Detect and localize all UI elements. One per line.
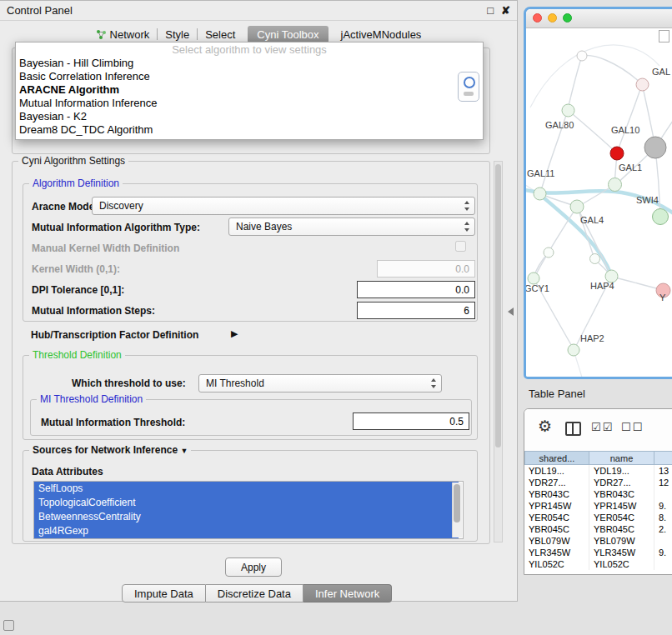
deselect-all-icon[interactable]: ☐☐ [621, 421, 644, 433]
cell-value[interactable]: 8. [654, 512, 672, 523]
scrollbar-corner[interactable] [659, 30, 669, 42]
tab-network[interactable]: Network [88, 27, 158, 42]
cell-name[interactable]: YBL079W [589, 535, 654, 547]
cell-value[interactable]: 9. [654, 547, 672, 558]
cell-name[interactable]: YPR145W [589, 500, 654, 512]
list-item[interactable]: gal4RGexp [34, 524, 459, 538]
cell-shared-name[interactable]: YBL079W [524, 535, 589, 547]
tab-label: Discretize Data [218, 588, 291, 600]
table-row[interactable]: YBR045C YBR045C 2. [524, 523, 672, 535]
cell-shared-name[interactable]: YIL052C [524, 558, 589, 570]
table-row[interactable]: YPR145W YPR145W 9. [524, 500, 672, 512]
zoom-traffic-light[interactable] [563, 13, 572, 22]
cell-value[interactable] [654, 488, 672, 500]
cell-shared-name[interactable]: YBR043C [524, 488, 589, 500]
tab-style[interactable]: Style [158, 27, 197, 42]
list-item[interactable]: TopologicalCoefficient [34, 496, 459, 510]
network-node-gal80[interactable] [562, 104, 574, 117]
network-node[interactable] [636, 78, 649, 91]
cell-name[interactable]: YDL19... [589, 465, 654, 477]
tab-discretize-data[interactable]: Discretize Data [206, 584, 303, 602]
cell-shared-name[interactable]: YLR345W [524, 547, 589, 558]
list-scrollbar[interactable] [452, 482, 462, 538]
network-node-gal1[interactable] [609, 178, 622, 192]
obscured-search-button[interactable] [458, 72, 479, 102]
algorithm-option-selected[interactable]: ARACNE Algorithm [16, 83, 483, 97]
cell-value[interactable] [654, 558, 672, 570]
mi-type-combobox[interactable]: Naive Bayes [228, 218, 475, 236]
list-item[interactable]: SelfLoops [34, 482, 459, 496]
table-row[interactable]: YDR27... YDR27... 12 [524, 477, 672, 488]
aracne-mode-combobox[interactable]: Discovery [92, 197, 475, 215]
column-header-shared-name[interactable]: shared... [524, 451, 589, 465]
tab-select[interactable]: Select [198, 27, 243, 42]
network-node-hub-gray[interactable] [644, 137, 666, 158]
cell-name[interactable]: YIL052C [589, 558, 654, 570]
gear-icon[interactable]: ⚙ [538, 417, 552, 436]
cell-shared-name[interactable]: YPR145W [524, 500, 589, 512]
close-traffic-light[interactable] [533, 13, 542, 22]
apply-button[interactable]: Apply [225, 558, 282, 577]
panel-scrollbar[interactable] [494, 161, 503, 542]
collapsed-panel-grip[interactable] [3, 620, 14, 631]
cell-name[interactable]: YBR045C [589, 523, 654, 535]
sources-title[interactable]: Sources for Network Inference ▼ [29, 444, 191, 456]
scrollbar-thumb[interactable] [454, 484, 460, 522]
which-threshold-combobox[interactable]: MI Threshold [198, 374, 442, 392]
column-header-clipped[interactable] [654, 451, 672, 465]
algorithm-option[interactable]: Dream8 DC_TDC Algorithm [16, 123, 483, 137]
cell-name[interactable]: YLR345W [589, 547, 654, 558]
cell-value[interactable] [654, 535, 672, 547]
network-node[interactable] [544, 248, 554, 258]
table-row[interactable]: YBR043C YBR043C [524, 488, 672, 500]
network-node-gcy1[interactable] [528, 272, 539, 284]
close-icon[interactable]: ✘ [501, 4, 510, 17]
cell-shared-name[interactable]: YDL19... [524, 465, 589, 477]
algorithm-option[interactable]: Mutual Information Inference [16, 97, 483, 110]
minimize-traffic-light[interactable] [548, 13, 557, 22]
splitter-handle[interactable] [508, 308, 514, 316]
cell-shared-name[interactable]: YER054C [524, 512, 589, 523]
network-node-hap2[interactable] [568, 344, 579, 356]
cell-name[interactable]: YDR27... [589, 477, 654, 488]
network-node-gal10-red[interactable] [610, 147, 624, 160]
algorithm-option[interactable]: Basic Correlation Inference [16, 70, 483, 83]
column-header-name[interactable]: name [589, 451, 654, 465]
algorithm-option[interactable]: Bayesian - K2 [16, 110, 483, 123]
table-row[interactable]: YDL19... YDL19... 13 [524, 465, 672, 477]
table-row[interactable]: YIL052C YIL052C [524, 558, 672, 570]
collapse-right-icon[interactable]: ▶ [231, 328, 238, 339]
network-node-gal4[interactable] [570, 200, 584, 213]
tab-impute-data[interactable]: Impute Data [122, 584, 206, 602]
scrollbar-thumb[interactable] [495, 164, 501, 448]
cell-shared-name[interactable]: YBR045C [524, 523, 589, 535]
network-window-titlebar[interactable] [526, 9, 672, 28]
mi-threshold-field[interactable] [353, 412, 469, 430]
table-row[interactable]: YBL079W YBL079W [524, 535, 672, 547]
network-node-swi4[interactable] [653, 209, 669, 225]
table-row[interactable]: YER054C YER054C 8. [524, 512, 672, 523]
restore-icon[interactable]: □ [487, 4, 494, 17]
network-node[interactable] [577, 51, 587, 61]
network-node[interactable] [590, 254, 600, 264]
select-all-icon[interactable]: ☑☑ [591, 421, 614, 433]
cell-value[interactable]: 9. [654, 500, 672, 512]
mi-steps-field[interactable] [357, 302, 475, 319]
hub-section-label[interactable]: Hub/Transcription Factor Definition [31, 329, 198, 341]
cell-value[interactable]: 2. [654, 523, 672, 535]
network-node-gal11[interactable] [534, 188, 546, 200]
cell-value[interactable]: 13 [654, 465, 672, 477]
table-row[interactable]: YLR345W YLR345W 9. [524, 547, 672, 558]
cell-value[interactable]: 12 [654, 477, 672, 488]
tab-cyni-toolbox[interactable]: Cyni Toolbox [248, 26, 328, 43]
cell-name[interactable]: YER054C [589, 512, 654, 523]
network-canvas[interactable]: GAL GAL80 GAL10 GAL11 GAL1 SWI4 GAL4 GCY… [526, 28, 672, 378]
dpi-tolerance-field[interactable] [357, 281, 475, 298]
list-item[interactable]: BetweennessCentrality [34, 510, 459, 524]
tab-infer-network[interactable]: Infer Network [303, 584, 392, 602]
algorithm-option[interactable]: Bayesian - Hill Climbing [16, 57, 483, 70]
cell-name[interactable]: YBR043C [589, 488, 654, 500]
tab-jactivemodules[interactable]: jActiveMNodules [333, 27, 429, 42]
columns-icon[interactable] [565, 422, 581, 436]
cell-shared-name[interactable]: YDR27... [524, 477, 589, 488]
